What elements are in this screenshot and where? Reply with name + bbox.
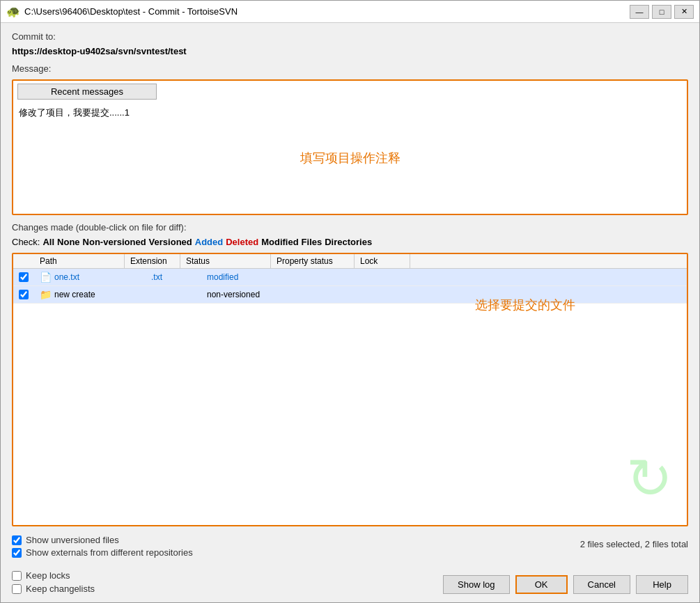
help-button[interactable]: Help xyxy=(636,575,688,594)
message-label: Message: xyxy=(12,63,688,74)
message-area: Recent messages 修改了项目，我要提交......1 填写项目操作… xyxy=(12,79,688,215)
table-row[interactable]: 📁 new create non-versioned xyxy=(13,286,687,304)
check-deleted[interactable]: Deleted xyxy=(226,237,258,247)
arrow-watermark: ↺ xyxy=(626,446,673,511)
header-extension: Extension xyxy=(125,254,180,268)
files-status: 2 files selected, 2 files total xyxy=(580,539,688,549)
cancel-button[interactable]: Cancel xyxy=(573,575,630,594)
table-row[interactable]: 📄 one.txt .txt modified xyxy=(13,269,687,286)
show-unversioned-checkbox[interactable] xyxy=(12,535,22,545)
show-externals-checkbox[interactable] xyxy=(12,548,22,558)
row-path-1: 📄 one.txt xyxy=(34,269,146,285)
show-unversioned-text: Show unversioned files xyxy=(26,535,119,545)
window-title: C:\Users\96406\Desktop\test - Commit - T… xyxy=(24,6,630,17)
app-icon: 🐢 xyxy=(6,5,20,19)
row-lock-1 xyxy=(375,274,431,280)
message-hint: 填写项目操作注释 xyxy=(300,150,400,166)
window-controls: — □ ✕ xyxy=(630,5,694,19)
show-externals-text: Show externals from different repositori… xyxy=(26,547,193,558)
title-bar: 🐢 C:\Users\96406\Desktop\test - Commit -… xyxy=(1,1,699,23)
recent-messages-button[interactable]: Recent messages xyxy=(17,84,157,100)
close-button[interactable]: ✕ xyxy=(674,5,694,19)
row-ext-2 xyxy=(146,292,201,297)
message-text: 修改了项目，我要提交......1 xyxy=(19,107,130,118)
check-label: Check: xyxy=(12,237,40,247)
message-input-area[interactable]: 修改了项目，我要提交......1 填写项目操作注释 xyxy=(13,102,687,214)
check-files[interactable]: Files xyxy=(302,237,322,247)
minimize-button[interactable]: — xyxy=(630,5,649,19)
keep-changelists-label[interactable]: Keep changelists xyxy=(12,584,95,594)
changes-label: Changes made (double-click on file for d… xyxy=(12,222,688,233)
file-name-2: new create xyxy=(54,290,95,299)
file-icon-2: 📁 xyxy=(40,289,52,300)
keep-locks-checkbox[interactable] xyxy=(12,571,22,581)
header-status: Status xyxy=(180,254,271,268)
commit-to-url: https://desktop-u9402sa/svn/svntest/test xyxy=(12,46,688,56)
check-nonversioned[interactable]: Non-versioned xyxy=(83,237,146,247)
buttons-row: Show log OK Cancel Help xyxy=(443,575,688,594)
main-content: Commit to: https://desktop-u9402sa/svn/s… xyxy=(1,23,699,566)
row-checkbox-2[interactable] xyxy=(13,287,34,302)
show-log-button[interactable]: Show log xyxy=(443,575,509,594)
keep-locks-text: Keep locks xyxy=(26,570,70,581)
row-checkbox-1[interactable] xyxy=(13,269,34,285)
check-modified[interactable]: Modified xyxy=(261,237,298,247)
header-property-status: Property status xyxy=(271,254,355,268)
row-lock-2 xyxy=(375,292,431,297)
show-unversioned-label[interactable]: Show unversioned files xyxy=(12,535,193,545)
check-none[interactable]: None xyxy=(57,237,80,247)
file-icon-1: 📄 xyxy=(40,272,52,283)
ok-button[interactable]: OK xyxy=(515,575,568,594)
check-added[interactable]: Added xyxy=(195,237,223,247)
check-directories[interactable]: Directories xyxy=(325,237,372,247)
main-window: 🐢 C:\Users\96406\Desktop\test - Commit -… xyxy=(0,0,700,603)
row-propstatus-1 xyxy=(292,274,375,280)
bottom-checkboxes: Show unversioned files Show externals fr… xyxy=(12,535,193,558)
row-path-2: 📁 new create xyxy=(34,286,146,303)
header-lock: Lock xyxy=(355,254,410,268)
show-externals-label[interactable]: Show externals from different repositori… xyxy=(12,547,193,558)
check-versioned[interactable]: Versioned xyxy=(149,237,192,247)
check-row: Check: All None Non-versioned Versioned … xyxy=(12,237,688,247)
maximize-button[interactable]: □ xyxy=(652,5,671,19)
file-table-header: Path Extension Status Property status Lo… xyxy=(13,254,687,269)
file-table-body: 📄 one.txt .txt modified 📁 new create xyxy=(13,269,687,525)
file-checkbox-2[interactable] xyxy=(19,290,29,299)
commit-to-label: Commit to: xyxy=(12,31,688,42)
keep-changelists-text: Keep changelists xyxy=(26,584,95,594)
bottom-bar: Keep locks Keep changelists Show log OK … xyxy=(1,566,699,602)
check-all[interactable]: All xyxy=(42,237,54,247)
file-name-1[interactable]: one.txt xyxy=(54,272,79,282)
header-path: Path xyxy=(13,254,125,268)
row-status-2: non-versioned xyxy=(201,287,292,302)
row-status-1: modified xyxy=(201,269,292,285)
keep-changelists-checkbox[interactable] xyxy=(12,584,22,594)
file-table-container: Path Extension Status Property status Lo… xyxy=(12,253,688,526)
keep-options: Keep locks Keep changelists xyxy=(12,570,95,594)
row-ext-1: .txt xyxy=(146,269,201,285)
file-checkbox-1[interactable] xyxy=(19,272,29,282)
row-propstatus-2 xyxy=(292,292,375,297)
keep-locks-label[interactable]: Keep locks xyxy=(12,570,95,581)
